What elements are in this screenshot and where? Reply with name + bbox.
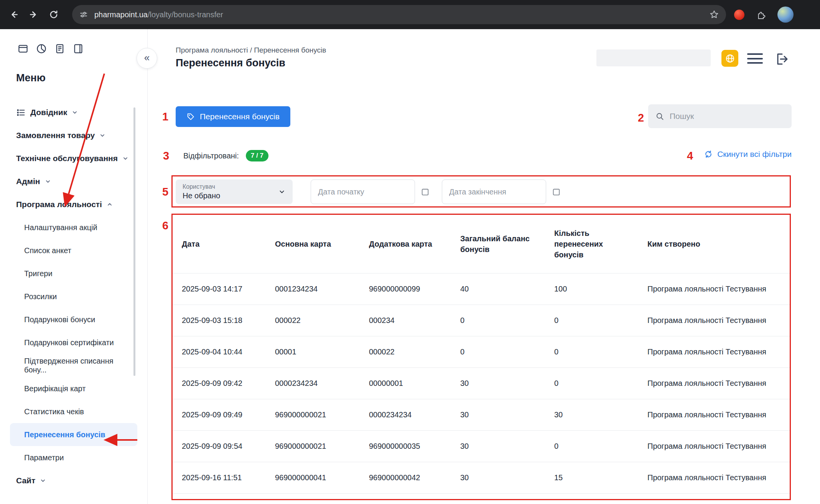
user-filter-dropdown[interactable]: Користувач Не обрано (176, 180, 293, 204)
page-title: Перенесення бонусів (176, 56, 285, 70)
chevron-down-icon (44, 178, 51, 185)
book-icon[interactable] (72, 43, 84, 54)
table-cell: 969000000035 (369, 442, 460, 451)
annotation-number-5: 5 (162, 186, 168, 198)
sidebar-quick-icons (17, 43, 147, 54)
table-row[interactable]: 2025-09-03 15:1800002200023400Програма л… (171, 305, 791, 336)
user-filter-label: Користувач (183, 183, 278, 190)
annotation-number-3: 3 (163, 150, 169, 162)
reset-filters-link[interactable]: Скинути всі фільтри (704, 150, 792, 159)
search-box[interactable] (648, 104, 792, 128)
sidebar-item-dovidnyk[interactable]: Довідник (0, 101, 147, 124)
transfer-bonuses-label: Перенесення бонусів (200, 112, 280, 121)
profile-avatar[interactable] (777, 7, 794, 23)
table-cell: 00001 (275, 348, 369, 356)
table-cell: 969000000099 (369, 285, 460, 293)
table-cell: 0 (554, 316, 647, 325)
table-row[interactable]: 2025-09-09 09:54969000000021969000000035… (171, 431, 791, 462)
sidebar-subitem[interactable]: Подарункові бонуси (10, 308, 137, 331)
date-end-input[interactable] (442, 180, 546, 204)
sidebar-scrollbar[interactable] (133, 107, 135, 376)
column-header: Додаткова карта (369, 239, 460, 249)
sidebar-subitem[interactable]: Перенесення бонусів (10, 423, 137, 446)
browser-reload-button[interactable] (45, 6, 62, 23)
document-icon[interactable] (54, 43, 66, 54)
table-cell: 2025-09-16 11:51 (182, 473, 275, 482)
sidebar-subitem[interactable]: Тригери (10, 262, 137, 285)
sidebar-nav: Довідник Замовлення товару Технічне обсл… (0, 101, 147, 492)
globe-icon (725, 53, 735, 64)
table-cell: 0000234234 (369, 410, 460, 419)
calendar-icon[interactable] (420, 187, 430, 197)
sidebar-subitem[interactable]: Подарункові сертифікати (10, 331, 137, 354)
sidebar-item-loyalty[interactable]: Програма лояльності (0, 193, 147, 216)
main-content: Програма лояльності / Перенесення бонусі… (148, 29, 820, 504)
table-row[interactable]: 2025-09-09 09:49969000000021000023423430… (171, 399, 791, 431)
sidebar-item-label: Довідник (30, 108, 67, 117)
table-cell: Програма лояльності Тестування (647, 473, 780, 482)
adblock-extension-icon[interactable] (731, 6, 748, 23)
logout-icon (774, 51, 790, 67)
forward-icon (29, 10, 39, 20)
table-cell: 15 (554, 473, 647, 482)
site-settings-icon[interactable] (79, 10, 88, 19)
sidebar-item-orders[interactable]: Замовлення товару (0, 124, 147, 147)
table-cell: Програма лояльності Тестування (647, 442, 780, 451)
sidebar-subitem[interactable]: Налаштування акцій (10, 216, 137, 239)
browser-back-button[interactable] (5, 6, 22, 23)
date-start-field[interactable] (317, 187, 420, 197)
filtered-count-badge: 7 / 7 (246, 150, 268, 161)
user-info-placeholder (596, 49, 711, 66)
sidebar-item-site[interactable]: Сайт (0, 469, 147, 492)
url-path: /loyalty/bonus-transfer (148, 10, 223, 19)
table-row[interactable]: 2025-09-04 10:440000100002200Програма ло… (171, 336, 791, 368)
sidebar-subitem[interactable]: Розсилки (10, 285, 137, 308)
table-cell: Програма лояльності Тестування (647, 410, 780, 419)
sidebar-item-admin[interactable]: Адмін (0, 170, 147, 193)
table-cell: 000022 (275, 316, 369, 325)
user-filter-text: Користувач Не обрано (183, 183, 278, 200)
address-bar[interactable]: pharmapoint.ua/loyalty/bonus-transfer (72, 5, 726, 24)
sidebar-subitem[interactable]: Список анкет (10, 239, 137, 262)
window-icon[interactable] (17, 43, 29, 54)
table-cell: Програма лояльності Тестування (647, 379, 780, 388)
table-cell: 969000000021 (275, 410, 369, 419)
hamburger-menu-icon[interactable] (747, 53, 763, 64)
date-end-field[interactable] (448, 187, 552, 197)
browser-forward-button[interactable] (25, 6, 42, 23)
sidebar-item-label: Сайт (16, 476, 35, 485)
url-host: pharmapoint.ua (94, 10, 148, 19)
collapse-icon: « (144, 52, 150, 64)
table-cell: 2025-09-09 09:54 (182, 442, 275, 451)
loyalty-submenu: Налаштування акційСписок анкетТригериРоз… (0, 216, 147, 469)
table-row[interactable]: 2025-09-09 09:42000023423400000001300Про… (171, 368, 791, 399)
logout-button[interactable] (774, 51, 790, 67)
sidebar-subitem[interactable]: Статистика чеків (10, 400, 137, 423)
sidebar-item-maintenance[interactable]: Технічне обслуговування (0, 147, 147, 170)
table-row[interactable]: 2025-09-03 14:17000123423496900000009940… (171, 273, 791, 305)
table-cell: 969000000041 (275, 473, 369, 482)
sidebar-subitem[interactable]: Верифікація карт (10, 377, 137, 400)
table-header-row: ДатаОсновна картаДодаткова картаЗагальни… (171, 214, 791, 273)
table-cell: 30 (460, 442, 554, 451)
table-cell: 0001234234 (275, 285, 369, 293)
transfer-bonuses-button[interactable]: Перенесення бонусів (176, 106, 290, 127)
reset-filters-label: Скинути всі фільтри (717, 150, 792, 159)
search-input[interactable] (669, 111, 785, 121)
sidebar-collapse-button[interactable]: « (137, 48, 157, 69)
sidebar-subitem[interactable]: Параметри (10, 446, 137, 469)
language-button[interactable] (721, 50, 738, 67)
breadcrumb: Програма лояльності / Перенесення бонусі… (176, 45, 326, 55)
table-cell: 30 (460, 410, 554, 419)
pie-chart-icon[interactable] (36, 43, 47, 54)
table-cell: 40 (460, 285, 554, 293)
table-cell: 0 (554, 379, 647, 388)
date-start-input[interactable] (311, 180, 415, 204)
sidebar-subitem[interactable]: Підтвердження списання бону... (10, 354, 137, 377)
table-cell: 969000000021 (275, 442, 369, 451)
table-row[interactable]: 2025-09-16 11:51969000000041969000000042… (171, 462, 791, 494)
bookmark-star-icon[interactable] (709, 10, 719, 20)
calendar-icon[interactable] (552, 187, 561, 197)
extensions-puzzle-icon[interactable] (752, 6, 769, 23)
annotation-number-6: 6 (162, 219, 168, 232)
